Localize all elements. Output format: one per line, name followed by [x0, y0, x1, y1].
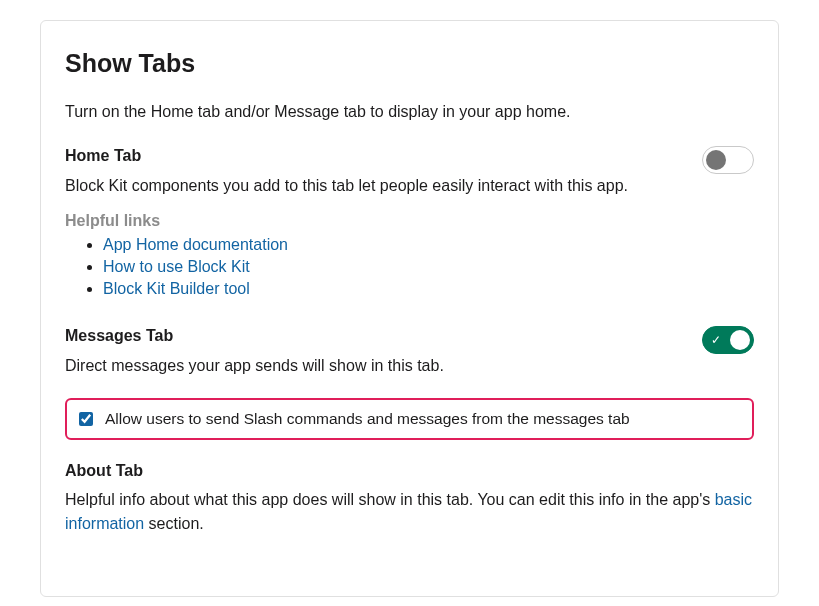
toggle-knob-icon — [730, 330, 750, 350]
about-tab-section: About Tab Helpful info about what this a… — [65, 462, 754, 536]
home-tab-toggle[interactable] — [702, 146, 754, 174]
helpful-links-title: Helpful links — [65, 212, 754, 230]
home-tab-header: Home Tab — [65, 146, 754, 174]
list-item: How to use Block Kit — [103, 258, 754, 276]
messages-tab-header: Messages Tab ✓ — [65, 326, 754, 354]
card-intro: Turn on the Home tab and/or Message tab … — [65, 100, 754, 124]
messages-tab-desc: Direct messages your app sends will show… — [65, 354, 754, 378]
about-desc-after: section. — [144, 515, 204, 532]
toggle-knob-icon — [706, 150, 726, 170]
list-item: App Home documentation — [103, 236, 754, 254]
card-title: Show Tabs — [65, 49, 754, 78]
app-home-doc-link[interactable]: App Home documentation — [103, 236, 288, 253]
helpful-links-list: App Home documentation How to use Block … — [65, 236, 754, 298]
messages-tab-section: Messages Tab ✓ Direct messages your app … — [65, 326, 754, 378]
check-icon: ✓ — [711, 333, 723, 345]
allow-slash-label: Allow users to send Slash commands and m… — [105, 410, 630, 428]
show-tabs-card: Show Tabs Turn on the Home tab and/or Me… — [40, 20, 779, 597]
about-tab-desc: Helpful info about what this app does wi… — [65, 488, 754, 536]
messages-tab-title: Messages Tab — [65, 327, 173, 345]
allow-slash-callout: Allow users to send Slash commands and m… — [65, 398, 754, 440]
list-item: Block Kit Builder tool — [103, 280, 754, 298]
home-tab-title: Home Tab — [65, 147, 141, 165]
allow-slash-checkbox[interactable] — [79, 412, 93, 426]
home-tab-desc: Block Kit components you add to this tab… — [65, 174, 754, 198]
about-desc-before: Helpful info about what this app does wi… — [65, 491, 715, 508]
block-kit-howto-link[interactable]: How to use Block Kit — [103, 258, 250, 275]
about-tab-title: About Tab — [65, 462, 754, 480]
block-kit-builder-link[interactable]: Block Kit Builder tool — [103, 280, 250, 297]
home-tab-section: Home Tab Block Kit components you add to… — [65, 146, 754, 298]
messages-tab-toggle[interactable]: ✓ — [702, 326, 754, 354]
